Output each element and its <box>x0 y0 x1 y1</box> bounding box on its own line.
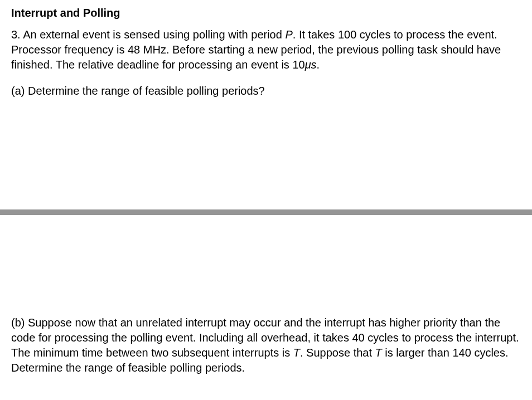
question-body: 3. An external event is sensed using pol… <box>11 27 521 72</box>
horizontal-divider <box>0 209 532 215</box>
unit-microseconds: μs <box>305 58 317 71</box>
variable-t: T <box>293 347 300 359</box>
question-number: 3. <box>11 28 21 41</box>
part-b-label: (b) <box>11 316 25 329</box>
variable-t2: T <box>375 347 385 359</box>
section-title: Interrupt and Polling <box>11 7 521 19</box>
part-b: (b) Suppose now that an unrelated interr… <box>11 315 521 375</box>
question-text-part3: . <box>317 58 320 71</box>
question-text-part1: An external event is sensed using pollin… <box>23 28 285 41</box>
part-a-label: (a) <box>11 85 25 97</box>
part-a-text: Determine the range of feasible polling … <box>28 85 265 97</box>
part-b-text2: . Suppose that <box>300 347 375 359</box>
variable-p: P <box>285 28 292 41</box>
part-a: (a) Determine the range of feasible poll… <box>11 84 521 99</box>
